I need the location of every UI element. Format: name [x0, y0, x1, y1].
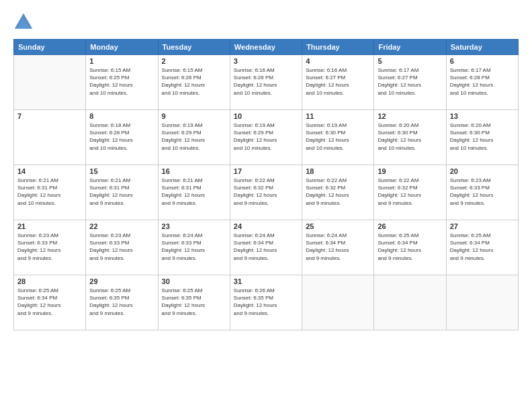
day-number: 7: [17, 112, 82, 120]
header: [13, 12, 519, 32]
week-row-4: 21Sunrise: 6:23 AM Sunset: 6:33 PM Dayli…: [14, 220, 519, 275]
day-info: Sunrise: 6:21 AM Sunset: 6:31 PM Dayligh…: [89, 177, 154, 207]
day-number: 25: [306, 222, 370, 230]
day-number: 27: [450, 222, 515, 230]
calendar-cell: 10Sunrise: 6:19 AM Sunset: 6:29 PM Dayli…: [230, 110, 302, 165]
logo-icon: [13, 12, 34, 32]
calendar-table: SundayMondayTuesdayWednesdayThursdayFrid…: [13, 39, 519, 330]
weekday-header-tuesday: Tuesday: [158, 40, 230, 55]
day-info: Sunrise: 6:24 AM Sunset: 6:34 PM Dayligh…: [306, 232, 370, 262]
day-info: Sunrise: 6:25 AM Sunset: 6:35 PM Dayligh…: [162, 287, 226, 317]
day-number: 29: [89, 277, 154, 285]
day-info: Sunrise: 6:19 AM Sunset: 6:30 PM Dayligh…: [306, 122, 370, 152]
weekday-header-wednesday: Wednesday: [230, 40, 302, 55]
calendar-cell: 9Sunrise: 6:19 AM Sunset: 6:29 PM Daylig…: [158, 110, 230, 165]
day-number: 1: [89, 57, 154, 65]
weekday-header-friday: Friday: [374, 40, 446, 55]
day-number: 11: [306, 112, 370, 120]
day-info: Sunrise: 6:23 AM Sunset: 6:33 PM Dayligh…: [450, 177, 515, 207]
calendar-cell: 31Sunrise: 6:26 AM Sunset: 6:35 PM Dayli…: [230, 275, 302, 330]
day-info: Sunrise: 6:20 AM Sunset: 6:30 PM Dayligh…: [378, 122, 442, 152]
day-number: 14: [17, 167, 82, 175]
calendar-cell: [446, 275, 518, 330]
day-number: 20: [450, 167, 515, 175]
calendar-cell: 1Sunrise: 6:15 AM Sunset: 6:25 PM Daylig…: [86, 55, 158, 110]
day-info: Sunrise: 6:22 AM Sunset: 6:32 PM Dayligh…: [378, 177, 442, 207]
calendar-cell: 5Sunrise: 6:17 AM Sunset: 6:27 PM Daylig…: [374, 55, 446, 110]
calendar-cell: [302, 275, 374, 330]
day-number: 4: [306, 57, 370, 65]
calendar-cell: 13Sunrise: 6:20 AM Sunset: 6:30 PM Dayli…: [446, 110, 518, 165]
page: SundayMondayTuesdayWednesdayThursdayFrid…: [0, 0, 532, 411]
calendar-cell: 29Sunrise: 6:25 AM Sunset: 6:35 PM Dayli…: [86, 275, 158, 330]
day-info: Sunrise: 6:25 AM Sunset: 6:35 PM Dayligh…: [89, 287, 154, 317]
day-number: 9: [162, 112, 226, 120]
day-number: 13: [450, 112, 515, 120]
calendar-cell: [374, 275, 446, 330]
day-info: Sunrise: 6:17 AM Sunset: 6:27 PM Dayligh…: [378, 66, 442, 97]
calendar-cell: 2Sunrise: 6:15 AM Sunset: 6:26 PM Daylig…: [158, 55, 230, 110]
day-info: Sunrise: 6:15 AM Sunset: 6:25 PM Dayligh…: [89, 66, 154, 97]
day-info: Sunrise: 6:17 AM Sunset: 6:28 PM Dayligh…: [450, 66, 515, 97]
day-number: 28: [17, 277, 82, 285]
week-row-5: 28Sunrise: 6:25 AM Sunset: 6:34 PM Dayli…: [14, 275, 519, 330]
day-info: Sunrise: 6:20 AM Sunset: 6:30 PM Dayligh…: [450, 122, 515, 152]
calendar-cell: 17Sunrise: 6:22 AM Sunset: 6:32 PM Dayli…: [230, 165, 302, 220]
day-number: 22: [89, 222, 154, 230]
day-info: Sunrise: 6:16 AM Sunset: 6:26 PM Dayligh…: [234, 66, 298, 97]
calendar-cell: 6Sunrise: 6:17 AM Sunset: 6:28 PM Daylig…: [446, 55, 518, 110]
day-info: Sunrise: 6:21 AM Sunset: 6:31 PM Dayligh…: [162, 177, 226, 207]
calendar-cell: 12Sunrise: 6:20 AM Sunset: 6:30 PM Dayli…: [374, 110, 446, 165]
calendar-cell: 15Sunrise: 6:21 AM Sunset: 6:31 PM Dayli…: [86, 165, 158, 220]
week-row-2: 78Sunrise: 6:18 AM Sunset: 6:28 PM Dayli…: [14, 110, 519, 165]
day-info: Sunrise: 6:25 AM Sunset: 6:34 PM Dayligh…: [378, 232, 442, 262]
calendar-cell: 4Sunrise: 6:16 AM Sunset: 6:27 PM Daylig…: [302, 55, 374, 110]
day-info: Sunrise: 6:23 AM Sunset: 6:33 PM Dayligh…: [89, 232, 154, 262]
calendar-cell: 14Sunrise: 6:21 AM Sunset: 6:31 PM Dayli…: [14, 165, 86, 220]
calendar-cell: [14, 55, 86, 110]
week-row-1: 1Sunrise: 6:15 AM Sunset: 6:25 PM Daylig…: [14, 55, 519, 110]
calendar-cell: 19Sunrise: 6:22 AM Sunset: 6:32 PM Dayli…: [374, 165, 446, 220]
day-number: 23: [162, 222, 226, 230]
calendar-cell: 23Sunrise: 6:24 AM Sunset: 6:33 PM Dayli…: [158, 220, 230, 275]
day-info: Sunrise: 6:18 AM Sunset: 6:28 PM Dayligh…: [89, 122, 154, 152]
day-number: 8: [89, 112, 154, 120]
calendar-cell: 24Sunrise: 6:24 AM Sunset: 6:34 PM Dayli…: [230, 220, 302, 275]
weekday-header-sunday: Sunday: [14, 40, 86, 55]
calendar-cell: 22Sunrise: 6:23 AM Sunset: 6:33 PM Dayli…: [86, 220, 158, 275]
day-info: Sunrise: 6:22 AM Sunset: 6:32 PM Dayligh…: [306, 177, 370, 207]
day-number: 19: [378, 167, 442, 175]
day-info: Sunrise: 6:26 AM Sunset: 6:35 PM Dayligh…: [234, 287, 298, 317]
day-number: 15: [89, 167, 154, 175]
day-number: 26: [378, 222, 442, 230]
calendar-cell: 27Sunrise: 6:25 AM Sunset: 6:34 PM Dayli…: [446, 220, 518, 275]
day-info: Sunrise: 6:21 AM Sunset: 6:31 PM Dayligh…: [17, 177, 82, 207]
day-number: 5: [378, 57, 442, 65]
day-number: 10: [234, 112, 298, 120]
calendar-cell: 21Sunrise: 6:23 AM Sunset: 6:33 PM Dayli…: [14, 220, 86, 275]
logo: [13, 12, 36, 32]
weekday-header-saturday: Saturday: [446, 40, 518, 55]
calendar-cell: 26Sunrise: 6:25 AM Sunset: 6:34 PM Dayli…: [374, 220, 446, 275]
day-info: Sunrise: 6:25 AM Sunset: 6:34 PM Dayligh…: [450, 232, 515, 262]
calendar-cell: 8Sunrise: 6:18 AM Sunset: 6:28 PM Daylig…: [86, 110, 158, 165]
day-info: Sunrise: 6:24 AM Sunset: 6:34 PM Dayligh…: [234, 232, 298, 262]
calendar-cell: 25Sunrise: 6:24 AM Sunset: 6:34 PM Dayli…: [302, 220, 374, 275]
day-number: 6: [450, 57, 515, 65]
weekday-header-thursday: Thursday: [302, 40, 374, 55]
calendar-cell: 7: [14, 110, 86, 165]
day-number: 16: [162, 167, 226, 175]
day-number: 12: [378, 112, 442, 120]
day-info: Sunrise: 6:15 AM Sunset: 6:26 PM Dayligh…: [162, 66, 226, 97]
day-info: Sunrise: 6:23 AM Sunset: 6:33 PM Dayligh…: [17, 232, 82, 262]
calendar-cell: 20Sunrise: 6:23 AM Sunset: 6:33 PM Dayli…: [446, 165, 518, 220]
day-info: Sunrise: 6:24 AM Sunset: 6:33 PM Dayligh…: [162, 232, 226, 262]
weekday-header-row: SundayMondayTuesdayWednesdayThursdayFrid…: [14, 40, 519, 55]
day-number: 31: [234, 277, 298, 285]
day-number: 2: [162, 57, 226, 65]
weekday-header-monday: Monday: [86, 40, 158, 55]
day-number: 18: [306, 167, 370, 175]
calendar-cell: 16Sunrise: 6:21 AM Sunset: 6:31 PM Dayli…: [158, 165, 230, 220]
day-info: Sunrise: 6:22 AM Sunset: 6:32 PM Dayligh…: [234, 177, 298, 207]
calendar-cell: 18Sunrise: 6:22 AM Sunset: 6:32 PM Dayli…: [302, 165, 374, 220]
